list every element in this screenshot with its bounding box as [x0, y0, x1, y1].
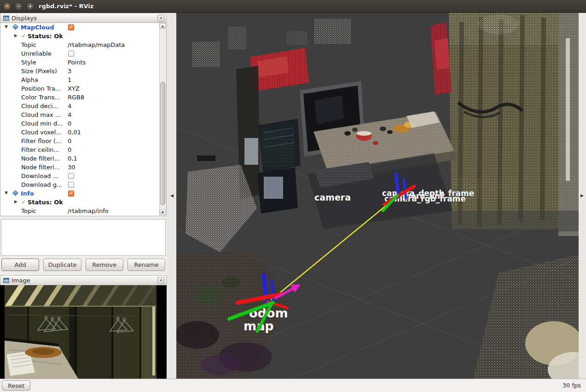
- tree-row-unreliable[interactable]: Unreliable: [0, 49, 166, 58]
- tree-row-download-map[interactable]: Download ...: [0, 172, 166, 180]
- light-stripes: [5, 285, 157, 307]
- tree-row-alpha[interactable]: Alpha 1: [0, 75, 166, 84]
- status-bar: Reset 30 fps: [0, 379, 586, 392]
- property-name: Topic: [21, 41, 36, 48]
- property-value[interactable]: 4: [68, 111, 71, 118]
- property-value[interactable]: Points: [68, 59, 86, 66]
- property-name: Topic: [21, 208, 36, 214]
- status-label: Status: Ok: [28, 199, 63, 206]
- property-value[interactable]: 0,1: [68, 155, 77, 162]
- 3d-scene: camera camera_link camera_rgb_frame came…: [176, 13, 579, 379]
- expand-arrow-icon[interactable]: ▼: [5, 24, 8, 29]
- scroll-down-icon[interactable]: ▼: [160, 209, 166, 215]
- tree-row-cloud-decimation[interactable]: Cloud deci... 4: [0, 102, 166, 110]
- panel-splitter-left[interactable]: ◀: [167, 13, 176, 379]
- scrollbar-thumb[interactable]: [160, 82, 165, 205]
- tree-scrollbar[interactable]: ▲ ▼: [159, 23, 166, 215]
- image-panel-header[interactable]: Image ✕: [0, 275, 167, 285]
- property-checkbox[interactable]: [68, 51, 74, 57]
- property-value[interactable]: 0,01: [68, 129, 81, 136]
- property-checkbox[interactable]: [68, 182, 74, 188]
- property-checkbox[interactable]: [68, 173, 74, 179]
- tree-row-filter-ceiling[interactable]: Filter ceilin... 0: [0, 145, 166, 154]
- tree-row-node-filtering-angle[interactable]: Node filteri... 30: [0, 163, 166, 172]
- property-name: Style: [21, 59, 36, 66]
- window-maximize-button[interactable]: +: [26, 2, 35, 11]
- property-value[interactable]: 4: [68, 103, 71, 110]
- tree-row-download-graph[interactable]: Download g...: [0, 180, 166, 189]
- property-value[interactable]: /rtabmap/info: [68, 208, 109, 214]
- property-value[interactable]: 0: [68, 138, 71, 144]
- property-value[interactable]: RGB8: [68, 94, 84, 101]
- tree-row-mapcloud[interactable]: ▼ MapCloud ✓: [0, 23, 166, 32]
- property-value[interactable]: 1: [68, 76, 71, 83]
- status-ok-icon: ✓: [21, 33, 26, 39]
- splitter-left-icon[interactable]: ◀: [170, 193, 174, 198]
- titlebar: ✕ − + rgbd.rviz* - RViz: [0, 0, 586, 13]
- property-name: Filter ceilin...: [21, 146, 59, 153]
- property-name: Node filteri...: [21, 164, 60, 171]
- remove-button[interactable]: Remove: [86, 259, 123, 271]
- tree-row-topic-info[interactable]: Topic /rtabmap/info: [0, 207, 166, 215]
- property-value[interactable]: /rtabmap/mapData: [68, 41, 125, 48]
- image-close-icon[interactable]: ✕: [157, 277, 164, 284]
- tree-row-size[interactable]: Size (Pixels) 3: [0, 67, 166, 75]
- expand-arrow-icon[interactable]: ▼: [5, 190, 8, 195]
- tree-row-node-filtering-radius[interactable]: Node filteri... 0,1: [0, 154, 166, 163]
- check-icon: ✓: [69, 24, 73, 30]
- status-label: Status: Ok: [28, 33, 63, 40]
- property-value[interactable]: 0: [68, 120, 71, 127]
- property-name: Position Tra...: [21, 85, 61, 92]
- fps-counter: 30 fps: [563, 382, 581, 389]
- left-panel-column: Displays ✕ ▼ MapCloud ✓ ▶ ✓ Status: Ok T…: [0, 13, 167, 379]
- enabled-checkbox[interactable]: ✓: [68, 24, 74, 30]
- displays-panel-title: Displays: [12, 15, 37, 22]
- enabled-checkbox[interactable]: ✓: [68, 190, 74, 196]
- tree-row-style[interactable]: Style Points: [0, 58, 166, 67]
- property-name: Size (Pixels): [21, 68, 57, 75]
- displays-panel-icon: [3, 16, 9, 21]
- displays-tree[interactable]: ▼ MapCloud ✓ ▶ ✓ Status: Ok Topic /rtabm…: [0, 23, 167, 216]
- point-cloud-curtain: [449, 13, 579, 236]
- scroll-up-icon[interactable]: ▲: [160, 23, 166, 29]
- property-name: Download g...: [21, 181, 62, 188]
- splitter-right-icon[interactable]: ▶: [580, 193, 584, 198]
- tree-row-filter-floor[interactable]: Filter floor (... 0: [0, 137, 166, 145]
- property-name: Download ...: [21, 173, 58, 179]
- tree-row-status-mapcloud[interactable]: ▶ ✓ Status: Ok: [0, 32, 166, 40]
- property-value[interactable]: XYZ: [68, 85, 80, 92]
- add-button[interactable]: Add: [1, 259, 39, 271]
- property-name: Alpha: [21, 76, 38, 83]
- property-name: Cloud max ...: [21, 111, 61, 118]
- camera-image: [0, 285, 167, 379]
- display-name: Info: [21, 190, 34, 197]
- tree-row-status-info[interactable]: ▶ ✓ Status: Ok: [0, 198, 166, 207]
- displays-close-icon[interactable]: ✕: [157, 15, 164, 22]
- rename-button[interactable]: Rename: [128, 259, 165, 271]
- property-value[interactable]: 0: [68, 146, 71, 153]
- tree-row-cloud-min[interactable]: Cloud min d... 0: [0, 119, 166, 128]
- window-title: rgbd.rviz* - RViz: [39, 3, 93, 10]
- expand-arrow-icon[interactable]: ▶: [14, 199, 17, 204]
- property-name: Unreliable: [21, 50, 52, 57]
- 3d-viewport[interactable]: camera camera_link camera_rgb_frame came…: [176, 13, 579, 379]
- tree-row-color-transformer[interactable]: Color Trans... RGB8: [0, 93, 166, 102]
- reset-button[interactable]: Reset: [2, 380, 30, 391]
- tree-row-topic-mapcloud[interactable]: Topic /rtabmap/mapData: [0, 40, 166, 49]
- tree-row-info[interactable]: ▼ Info ✓: [0, 189, 166, 198]
- property-value[interactable]: 30: [68, 164, 75, 171]
- check-icon: ✓: [69, 190, 73, 196]
- window-close-button[interactable]: ✕: [3, 2, 12, 11]
- window-minimize-button[interactable]: −: [15, 2, 23, 11]
- property-value[interactable]: 3: [68, 68, 71, 75]
- tree-row-cloud-max[interactable]: Cloud max ... 4: [0, 110, 166, 119]
- expand-arrow-icon[interactable]: ▶: [14, 33, 17, 38]
- property-name: Cloud voxel...: [21, 129, 62, 136]
- tree-row-cloud-voxel[interactable]: Cloud voxel... 0,01: [0, 128, 166, 137]
- displays-panel-header[interactable]: Displays ✕: [0, 13, 167, 23]
- image-panel-title: Image: [12, 277, 30, 284]
- duplicate-button[interactable]: Duplicate: [43, 259, 81, 271]
- panel-splitter-right[interactable]: ▶: [579, 13, 586, 379]
- tree-row-position-transformer[interactable]: Position Tra... XYZ: [0, 84, 166, 93]
- property-name: Filter floor (...: [21, 138, 61, 144]
